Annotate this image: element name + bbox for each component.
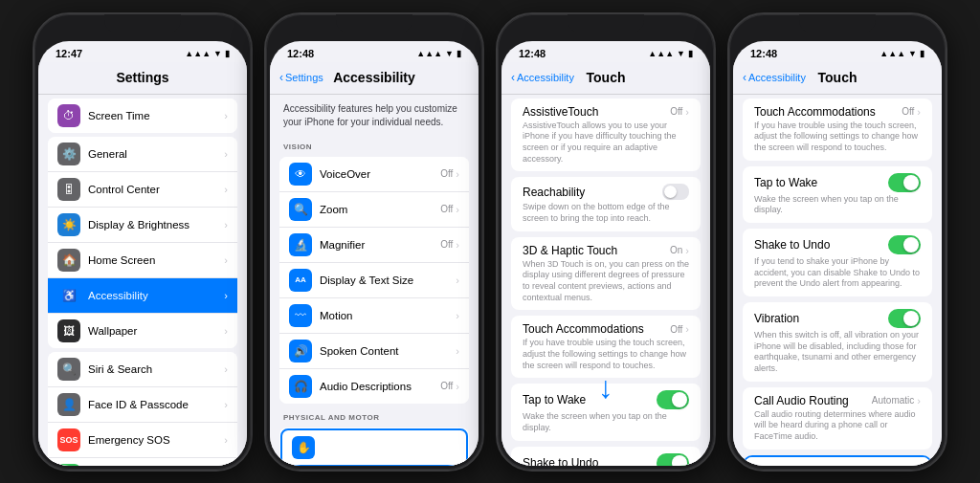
- list-item[interactable]: 🔊 Spoken Content ›: [279, 334, 469, 369]
- status-time-1: 12:47: [56, 48, 82, 59]
- screen-title-4: Touch: [818, 70, 858, 85]
- haptic-item[interactable]: 3D & Haptic Touch On › When 3D Touch is …: [511, 237, 701, 311]
- battery-icon: ▮: [688, 49, 693, 58]
- taptowake-group-4: Tap to Wake Wake the screen when you tap…: [743, 166, 932, 223]
- reachability-item[interactable]: Reachability Swipe down on the bottom ed…: [511, 177, 701, 231]
- touch-icon: ✋: [292, 436, 315, 459]
- physical-header: PHYSICAL AND MOTOR: [270, 407, 479, 424]
- screen-3: 12:48 ▲▲▲ ▼ ▮ ‹ Accessibility Touch: [501, 41, 710, 466]
- nav-bar-3: ‹ Accessibility Touch: [501, 62, 710, 95]
- status-bar-1: 12:47 ▲▲▲ ▼ ▮: [38, 41, 247, 62]
- callaudio-desc-4: Call audio routing determines where audi…: [754, 409, 921, 443]
- signal-icon: ▲▲▲: [648, 49, 674, 58]
- shakeundo-item[interactable]: Shake to Undo If you tend to shake your …: [511, 447, 701, 466]
- signal-icon: ▲▲▲: [185, 49, 211, 58]
- assistive-touch-item[interactable]: AssistiveTouch Off › AssistiveTouch allo…: [511, 99, 701, 172]
- battery-item-icon: 🔋: [57, 464, 80, 466]
- list-item[interactable]: 🖼 Wallpaper ›: [48, 314, 237, 348]
- haptic-group: 3D & Haptic Touch On › When 3D Touch is …: [511, 237, 701, 311]
- faceid-icon: 👤: [57, 393, 80, 416]
- taptowake-desc-4: Wake the screen when you tap on the disp…: [754, 194, 921, 216]
- reachability-desc: Swipe down on the bottom edge of the scr…: [523, 202, 689, 224]
- list-item[interactable]: 🎛 Control Center ›: [48, 172, 237, 208]
- backtap-item-4[interactable]: Back Tap Off › Double or triple tap on t…: [745, 457, 930, 466]
- taptowake-item-4[interactable]: Tap to Wake Wake the screen when you tap…: [743, 166, 932, 223]
- shakeundo-desc-4: If you tend to shake your iPhone by acci…: [754, 256, 921, 290]
- magnifier-icon: 🔬: [289, 233, 312, 256]
- accessibility-item[interactable]: ♿ Accessibility ›: [48, 278, 237, 314]
- back-button-4[interactable]: ‹ Accessibility: [743, 71, 806, 84]
- assistive-group: AssistiveTouch Off › AssistiveTouch allo…: [511, 99, 701, 172]
- list-item[interactable]: 🔋 Battery ›: [48, 458, 237, 466]
- list-item[interactable]: 🔬 Magnifier Off ›: [279, 228, 469, 263]
- motion-icon: 〰: [289, 304, 312, 327]
- list-item[interactable]: 🏠 Home Screen ›: [48, 243, 237, 278]
- wifi-icon: ▼: [677, 49, 685, 58]
- status-icons-2: ▲▲▲ ▼ ▮: [416, 49, 461, 58]
- acc-content: Accessibility features help you customiz…: [270, 95, 479, 466]
- shakeundo-toggle-4[interactable]: [888, 235, 921, 254]
- vibration-desc-4: When this switch is off, all vibration o…: [754, 330, 921, 375]
- wifi-icon: ▼: [445, 49, 454, 58]
- callaudio-item-4[interactable]: Call Audio Routing Automatic › Call audi…: [743, 387, 932, 450]
- control-icon: 🎛: [57, 178, 80, 201]
- spoken-icon: 🔊: [289, 340, 312, 362]
- list-item[interactable]: ⚙️ General ›: [48, 137, 237, 172]
- nav-bar-4: ‹ Accessibility Touch: [733, 62, 942, 95]
- vibration-toggle-4[interactable]: [888, 309, 921, 328]
- phone-2: 12:48 ▲▲▲ ▼ ▮ ‹ Settings Accessibility A…: [264, 12, 484, 472]
- homescreen-icon: 🏠: [57, 249, 80, 272]
- status-time-3: 12:48: [519, 48, 546, 59]
- touchacc-item-4[interactable]: Touch Accommodations Off › If you have t…: [743, 99, 932, 161]
- settings-group-3: 🔍 Siri & Search › 👤 Face ID & Passcode ›…: [48, 352, 237, 466]
- touchacc-desc: If you have trouble using the touch scre…: [523, 338, 689, 371]
- taptowake-toggle[interactable]: [657, 390, 689, 409]
- wifi-icon: ▼: [908, 49, 917, 58]
- screentime-icon: ⏱: [57, 104, 80, 127]
- status-icons-4: ▲▲▲ ▼ ▮: [880, 49, 924, 58]
- list-item[interactable]: ⏱ Screen Time ›: [48, 99, 237, 133]
- list-item[interactable]: SOS Emergency SOS ›: [48, 423, 237, 458]
- list-item[interactable]: 🔍 Zoom Off ›: [279, 192, 469, 228]
- taptowake-desc: Wake the screen when you tap on the disp…: [523, 411, 689, 433]
- shakeundo-item-4[interactable]: Shake to Undo If you tend to shake your …: [743, 229, 932, 296]
- status-time-4: 12:48: [750, 48, 777, 59]
- signal-icon: ▲▲▲: [416, 49, 442, 58]
- screen-4: 12:48 ▲▲▲ ▼ ▮ ‹ Accessibility Touch: [733, 41, 942, 466]
- backtap-group-4: Back Tap Off › Double or triple tap on t…: [743, 455, 932, 466]
- battery-icon: ▮: [920, 49, 924, 58]
- settings-group-1: ⏱ Screen Time ›: [48, 99, 237, 133]
- list-item[interactable]: 🔍 Siri & Search ›: [48, 352, 237, 387]
- taptowake-toggle-4[interactable]: [888, 173, 921, 192]
- physical-group: ✋ Touch › 👁 Face ID & Attention › 🔄 Swit…: [279, 428, 469, 466]
- arrow-down-3: ↓: [598, 372, 613, 403]
- list-item[interactable]: 〰 Motion ›: [279, 298, 469, 334]
- phone-1: 12:47 ▲▲▲ ▼ ▮ Settings ⏱ Screen Time ›: [33, 12, 253, 472]
- vision-header: VISION: [270, 137, 479, 153]
- general-icon: ⚙️: [57, 143, 80, 165]
- list-item[interactable]: 👁 VoiceOver Off ›: [279, 157, 469, 192]
- shakeundo-toggle[interactable]: [657, 453, 689, 466]
- list-item[interactable]: ☀️ Display & Brightness ›: [48, 208, 237, 243]
- touch-content-4: Touch Accommodations Off › If you have t…: [733, 95, 942, 466]
- touchacc-group-4: Touch Accommodations Off › If you have t…: [743, 99, 932, 161]
- vibration-item-4[interactable]: Vibration When this switch is off, all v…: [743, 302, 932, 382]
- display-icon: ☀️: [57, 213, 80, 236]
- back-button-3[interactable]: ‹ Accessibility: [511, 71, 574, 84]
- nav-bar-2: ‹ Settings Accessibility: [270, 62, 479, 95]
- notch-2: [336, 14, 412, 33]
- zoom-icon: 🔍: [289, 198, 312, 221]
- list-item[interactable]: AA Display & Text Size ›: [279, 263, 469, 298]
- assistive-desc: AssistiveTouch allows you to use your iP…: [523, 121, 689, 165]
- touch-item[interactable]: ✋ Touch ›: [280, 428, 468, 466]
- screen-title-3: Touch: [587, 70, 626, 85]
- touch-content-3: AssistiveTouch Off › AssistiveTouch allo…: [501, 95, 710, 466]
- battery-icon: ▮: [225, 49, 230, 58]
- callaudio-group-4: Call Audio Routing Automatic › Call audi…: [743, 387, 932, 450]
- list-item[interactable]: 🎧 Audio Descriptions Off ›: [279, 369, 469, 404]
- back-button-2[interactable]: ‹ Settings: [279, 71, 323, 84]
- list-item[interactable]: 👤 Face ID & Passcode ›: [48, 387, 237, 423]
- signal-icon: ▲▲▲: [880, 49, 905, 58]
- reachability-toggle[interactable]: [662, 184, 689, 200]
- textsize-icon: AA: [289, 269, 312, 292]
